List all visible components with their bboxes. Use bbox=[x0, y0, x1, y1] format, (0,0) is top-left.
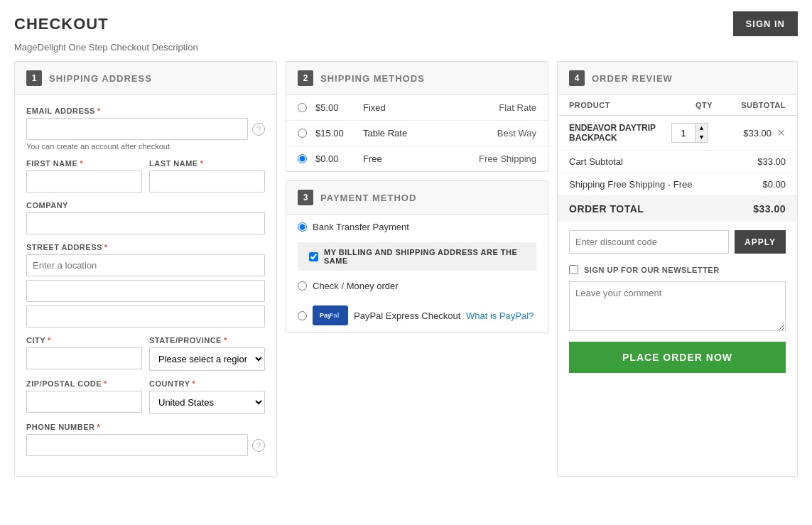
zip-country-row: ZIP/POSTAL CODE * COUNTRY * United State… bbox=[26, 379, 265, 423]
state-select[interactable]: Please select a region, s bbox=[149, 347, 265, 371]
item-name-0: ENDEAVOR DAYTRIP BACKPACK bbox=[569, 123, 665, 143]
company-field-group: COMPANY bbox=[26, 201, 265, 234]
lastname-label: LAST NAME * bbox=[149, 159, 265, 168]
firstname-field-group: FIRST NAME * bbox=[26, 159, 142, 193]
phone-help-icon[interactable]: ? bbox=[252, 439, 265, 452]
shipping-address-header: 1 SHIPPING ADDRESS bbox=[15, 62, 276, 95]
firstname-input[interactable] bbox=[26, 171, 142, 193]
email-input[interactable] bbox=[26, 118, 248, 140]
qty-down-0[interactable]: ▼ bbox=[695, 133, 708, 142]
phone-input-row: ? bbox=[26, 434, 265, 456]
shipping-type-1: Table Rate bbox=[363, 128, 489, 139]
email-help-icon[interactable]: ? bbox=[252, 123, 265, 136]
qty-input-0[interactable] bbox=[672, 126, 695, 141]
middle-column: 2 SHIPPING METHODS $5.00 Fixed Flat Rate… bbox=[286, 61, 548, 477]
lastname-input[interactable] bbox=[149, 171, 265, 193]
shipping-value: $0.00 bbox=[762, 179, 786, 190]
shipping-type-2: Free bbox=[363, 153, 470, 164]
zip-input[interactable] bbox=[26, 391, 142, 413]
newsletter-row: SIGN UP FOR OUR NEWSLETTER bbox=[558, 262, 797, 281]
remove-item-0[interactable]: ✕ bbox=[777, 127, 786, 139]
shipping-radio-0[interactable] bbox=[298, 103, 307, 112]
comment-textarea[interactable] bbox=[569, 281, 786, 331]
item-qty-control-0: ▲ ▼ bbox=[665, 123, 715, 143]
product-col-header: PRODUCT bbox=[569, 101, 679, 109]
check-money-option: Check / Money order bbox=[286, 274, 548, 298]
bank-transfer-radio[interactable] bbox=[298, 222, 307, 232]
discount-row: APPLY bbox=[558, 222, 797, 262]
street-input-3[interactable] bbox=[26, 305, 265, 328]
shipping-price-2: $0.00 bbox=[315, 153, 354, 164]
payment-method-panel: 3 PAYMENT METHOD Bank Transfer Payment M… bbox=[286, 180, 548, 333]
lastname-field-group: LAST NAME * bbox=[149, 159, 265, 193]
phone-field-group: PHONE NUMBER * ? bbox=[26, 423, 265, 456]
billing-same-checkbox[interactable] bbox=[309, 252, 318, 261]
order-item-0: ENDEAVOR DAYTRIP BACKPACK ▲ ▼ $33.00 ✕ bbox=[558, 116, 797, 151]
bank-transfer-option: Bank Transfer Payment bbox=[286, 215, 548, 239]
order-review-panel: 4 ORDER REVIEW PRODUCT QTY SUBTOTAL ENDE… bbox=[557, 61, 798, 477]
email-field-group: EMAIL ADDRESS * ? You can create an acco… bbox=[26, 107, 265, 151]
subtotal-col-header: SUBTOTAL bbox=[729, 101, 786, 109]
street-input-2[interactable] bbox=[26, 280, 265, 302]
phone-input[interactable] bbox=[26, 434, 248, 456]
city-field-group: CITY * bbox=[26, 336, 142, 371]
street-input-1[interactable] bbox=[26, 254, 265, 276]
newsletter-checkbox[interactable] bbox=[569, 265, 578, 274]
shipping-price-1: $15.00 bbox=[315, 128, 354, 139]
newsletter-label: SIGN UP FOR OUR NEWSLETTER bbox=[584, 266, 720, 274]
company-label: COMPANY bbox=[26, 201, 265, 210]
billing-same-label: MY BILLING AND SHIPPING ADDRESS ARE THE … bbox=[324, 248, 525, 265]
city-state-row: CITY * STATE/PROVINCE * Please select a … bbox=[26, 336, 265, 379]
name-row: FIRST NAME * LAST NAME * bbox=[26, 159, 265, 201]
check-money-radio[interactable] bbox=[298, 281, 307, 291]
shipping-methods-panel: 2 SHIPPING METHODS $5.00 Fixed Flat Rate… bbox=[286, 61, 548, 172]
apply-button[interactable]: APPLY bbox=[735, 230, 786, 254]
billing-same-row: MY BILLING AND SHIPPING ADDRESS ARE THE … bbox=[298, 242, 536, 271]
paypal-label: PayPal Express Checkout What is PayPal? bbox=[354, 310, 534, 321]
paypal-what-link[interactable]: What is PayPal? bbox=[466, 310, 534, 321]
company-input[interactable] bbox=[26, 212, 265, 234]
section-number-3: 3 bbox=[298, 190, 313, 205]
shipping-row: Shipping Free Shipping - Free $0.00 bbox=[558, 173, 797, 196]
shipping-option-1: $15.00 Table Rate Best Way bbox=[286, 121, 548, 146]
comment-area bbox=[569, 281, 786, 333]
section-number-2: 2 bbox=[298, 70, 313, 86]
shipping-address-title: SHIPPING ADDRESS bbox=[49, 73, 152, 84]
qty-up-0[interactable]: ▲ bbox=[695, 124, 708, 133]
shipping-name-2: Free Shipping bbox=[479, 153, 536, 164]
shipping-radio-2[interactable] bbox=[298, 154, 307, 163]
shipping-options-list: $5.00 Fixed Flat Rate $15.00 Table Rate … bbox=[286, 95, 548, 171]
country-field-group: COUNTRY * United States Canada United Ki… bbox=[149, 379, 265, 414]
zip-field-group: ZIP/POSTAL CODE * bbox=[26, 379, 142, 414]
bank-transfer-label: Bank Transfer Payment bbox=[313, 222, 409, 232]
qty-arrows: ▲ ▼ bbox=[695, 124, 708, 142]
discount-input[interactable] bbox=[569, 230, 729, 254]
state-label: STATE/PROVINCE * bbox=[149, 336, 265, 345]
sign-in-button[interactable]: SIGN IN bbox=[733, 11, 798, 36]
qty-col-header: QTY bbox=[679, 101, 729, 109]
email-label: EMAIL ADDRESS * bbox=[26, 107, 265, 115]
city-label: CITY * bbox=[26, 336, 142, 345]
qty-input-wrap: ▲ ▼ bbox=[671, 123, 708, 143]
order-total-row: ORDER TOTAL $33.00 bbox=[558, 196, 797, 222]
cart-subtotal-label: Cart Subtotal bbox=[569, 156, 623, 167]
order-review-header: 4 ORDER REVIEW bbox=[558, 62, 797, 95]
section-number-1: 1 bbox=[26, 70, 42, 86]
paypal-radio[interactable] bbox=[298, 311, 307, 320]
place-order-button[interactable]: PLACE ORDER NOW bbox=[569, 342, 786, 373]
email-input-row: ? bbox=[26, 118, 265, 140]
shipping-name-1: Best Way bbox=[497, 128, 536, 139]
shipping-type-0: Fixed bbox=[363, 102, 490, 113]
svg-text:Pal: Pal bbox=[329, 312, 339, 319]
shipping-radio-1[interactable] bbox=[298, 129, 307, 138]
cart-subtotal-row: Cart Subtotal $33.00 bbox=[558, 151, 797, 173]
state-field-group: STATE/PROVINCE * Please select a region,… bbox=[149, 336, 265, 371]
city-input[interactable] bbox=[26, 347, 142, 369]
firstname-label: FIRST NAME * bbox=[26, 159, 142, 168]
check-money-label: Check / Money order bbox=[313, 281, 399, 291]
paypal-option: Pay Pal PayPal Express Checkout What is … bbox=[286, 298, 548, 332]
shipping-address-panel: 1 SHIPPING ADDRESS EMAIL ADDRESS * ? You… bbox=[14, 61, 277, 477]
country-select[interactable]: United States Canada United Kingdom Aust… bbox=[149, 391, 265, 414]
order-total-value: $33.00 bbox=[753, 203, 786, 215]
shipping-methods-title: SHIPPING METHODS bbox=[320, 73, 425, 84]
